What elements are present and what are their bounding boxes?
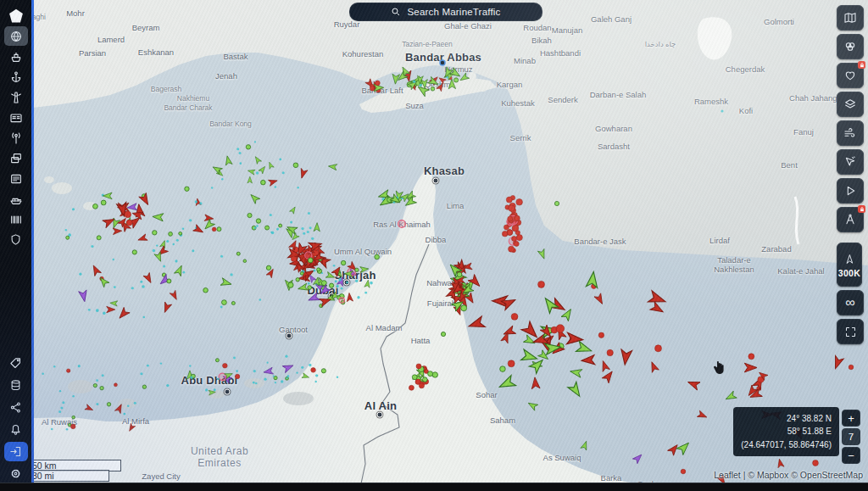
measure-tool-button[interactable] [837,149,864,175]
sidebar-item-vessels[interactable] [4,47,28,66]
sidebar-item-photos[interactable] [4,148,28,168]
island-larak [480,85,487,92]
photos-icon [9,152,23,165]
id-card-icon [9,111,23,125]
north-arrow-icon [843,254,856,266]
search-label: Search MarineTraffic [407,7,500,17]
infinity-button[interactable]: ∞ [837,290,864,315]
sidebar-item-protect[interactable] [4,230,28,249]
zoom-in-button[interactable]: + [842,410,860,427]
island-west-1 [52,182,72,194]
map-book-icon [843,11,857,25]
sign-in-icon [9,445,22,458]
infinity-icon: ∞ [845,296,854,310]
hand-cursor-icon [712,360,726,375]
vessel-count: 300K [838,268,860,278]
marinetraffic-logo[interactable] [4,6,28,25]
shield-icon [9,233,22,246]
barcode-icon [9,213,23,226]
database-icon [9,379,22,392]
sidebar-item-share[interactable] [4,398,28,417]
sidebar-item-shipyards[interactable] [4,189,28,209]
map-attribution[interactable]: Leaflet | © Mapbox © OpenStreetMap [714,470,863,480]
lock-badge [858,205,865,213]
globe-icon [9,30,23,43]
play-icon [843,184,857,198]
scale-mi: 30 mi [28,470,109,482]
map-legend-button[interactable] [837,5,864,31]
tag-icon [9,357,22,370]
gear-icon [9,467,22,480]
zoom-level: 7 [842,428,860,445]
cursor-coordinates-box: 24° 38.82 N 58° 51.88 E (24.647017, 58.8… [733,407,839,457]
search-icon [391,7,401,17]
sidebar-item-lookup[interactable] [4,209,28,229]
sidebar-item-settings[interactable] [4,464,28,483]
shoal-1 [68,380,93,393]
filters-button[interactable] [837,34,864,59]
sidebar-accent-line [31,0,34,483]
island-west-2 [83,202,97,210]
sidebar-item-port-calls[interactable] [4,108,28,127]
zoom-control: + 7 − [842,410,860,464]
ship-icon [9,50,23,64]
shoal-2 [118,399,136,409]
anchor-icon [9,70,23,84]
monitor-bezel [0,483,868,491]
right-toolbar: 300K ∞ [837,5,862,344]
sidebar-item-notifications[interactable] [4,420,28,439]
island-west-3 [44,176,54,183]
sidebar-item-sign-in[interactable] [4,442,28,461]
search-bar[interactable]: Search MarineTraffic [349,3,542,21]
sidebar-item-news[interactable] [4,169,28,188]
marinetraffic-app: Bandar AbbasDubaiSharjahAbu DhabiKhasabA… [0,0,868,491]
sidebar-item-data-services[interactable] [4,376,28,395]
heart-icon [843,69,857,82]
fullscreen-button[interactable] [837,319,864,344]
venn-circles-icon [843,40,857,53]
coordinate-lon: 58° 51.88 E [741,425,832,438]
zoom-out-button[interactable]: − [842,447,860,464]
drafting-compass-icon [843,213,857,226]
map-scale: 50 km 30 mi [28,460,121,483]
news-icon [9,172,23,186]
favorites-button[interactable] [837,63,864,88]
bell-icon [9,423,22,436]
lighthouse-icon [9,91,23,104]
layers-icon [843,98,857,111]
coordinate-lat: 24° 38.82 N [741,412,832,426]
left-sidebar [0,0,31,491]
shoal-5 [208,390,225,399]
share-nodes-icon [9,401,22,414]
sidebar-item-ports[interactable] [4,67,28,86]
sidebar-bottom-group [4,354,28,491]
shoal-3 [283,392,314,405]
wind-icon [843,126,857,140]
lock-badge [858,61,865,69]
cursor-route-icon [843,155,857,169]
sidebar-item-lights[interactable] [4,87,28,107]
distance-tool-button[interactable] [837,207,864,232]
fullscreen-icon [844,326,857,338]
weather-button[interactable] [837,120,864,146]
cargo-ship-icon [9,192,23,206]
island-hormuz [468,72,476,81]
shoal-4 [244,378,264,388]
coordinate-decimal: (24.647017, 58.864746) [741,438,832,452]
sidebar-item-tag[interactable] [4,354,28,373]
sidebar-item-ais-stations[interactable] [4,128,28,148]
sidebar-item-explore-globe[interactable] [4,26,28,46]
layers-button[interactable] [837,92,864,117]
playback-button[interactable] [837,178,864,204]
vessel-count-button[interactable]: 300K [837,243,862,287]
antenna-icon [9,131,23,145]
